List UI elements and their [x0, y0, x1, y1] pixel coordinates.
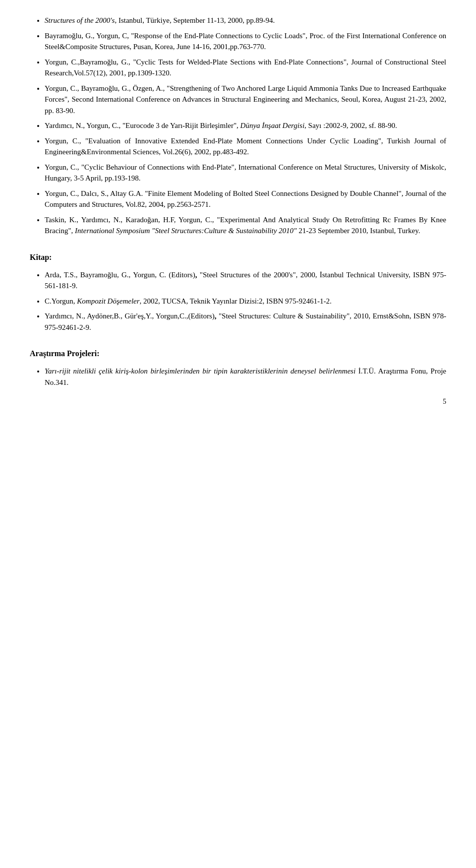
kitap-heading: Kitap:: [30, 251, 446, 263]
list-item: Yorgun, C., Dalcı, S., Altay G.A. "Finit…: [45, 188, 446, 210]
list-item: Yorgun, C., "Cyclic Behaviour of Connect…: [45, 162, 446, 184]
list-item: Arda, T.S., Bayramoğlu, G., Yorgun, C. (…: [45, 269, 446, 292]
book-text: Arda, T.S., Bayramoğlu, G., Yorgun, C. (…: [45, 271, 446, 290]
list-item: Yorgun, C.,Bayramoğlu, G., "Cyclic Tests…: [45, 57, 446, 79]
arastirma-list: Yarı-rijit nitelikli çelik kiriş-kolon b…: [30, 366, 446, 388]
list-item: C.Yorgun, Kompozit Döşemeler, 2002, TUCS…: [45, 296, 446, 307]
project-text: Yarı-rijit nitelikli çelik kiriş-kolon b…: [45, 367, 446, 386]
ref-text: Structures of the 2000's, Istanbul, Türk…: [45, 16, 275, 24]
arastirma-heading: Araştırma Projeleri:: [30, 348, 446, 360]
list-item: Bayramoğlu, G., Yorgun, C, "Response of …: [45, 30, 446, 53]
references-list: Structures of the 2000's, Istanbul, Türk…: [30, 15, 446, 237]
list-item: Taskin, K., Yardımcı, N., Karadoğan, H.F…: [45, 214, 446, 237]
arastirma-section: Araştırma Projeleri: Yarı-rijit nitelikl…: [30, 348, 446, 388]
book-text: Yardımcı, N., Aydöner,B., Gür'eş,Y., Yor…: [45, 312, 446, 331]
list-item: Yorgun, C., Bayramoğlu, G., Özgen, A., "…: [45, 83, 446, 117]
ref-text: Yardımcı, N., Yorgun, C., "Eurocode 3 de…: [45, 122, 397, 129]
page-number: 5: [30, 398, 446, 406]
ref-text: Yorgun, C., Dalcı, S., Altay G.A. "Finit…: [45, 189, 446, 209]
ref-text: Bayramoğlu, G., Yorgun, C, "Response of …: [45, 32, 446, 51]
kitap-list: Arda, T.S., Bayramoğlu, G., Yorgun, C. (…: [30, 269, 446, 333]
kitap-section: Kitap: Arda, T.S., Bayramoğlu, G., Yorgu…: [30, 251, 446, 333]
ref-text: Yorgun, C., "Cyclic Behaviour of Connect…: [45, 163, 446, 183]
list-item: Yardımcı, N., Yorgun, C., "Eurocode 3 de…: [45, 120, 446, 131]
page-content: Structures of the 2000's, Istanbul, Türk…: [30, 15, 446, 406]
list-item: Yorgun, C., "Evaluation of Innovative Ex…: [45, 135, 446, 158]
list-item: Yardımcı, N., Aydöner,B., Gür'eş,Y., Yor…: [45, 310, 446, 333]
ref-text: Taskin, K., Yardımcı, N., Karadoğan, H.F…: [45, 216, 446, 235]
ref-text: Yorgun, C.,Bayramoğlu, G., "Cyclic Tests…: [45, 58, 446, 77]
ref-text: Yorgun, C., "Evaluation of Innovative Ex…: [45, 137, 446, 156]
list-item: Structures of the 2000's, Istanbul, Türk…: [45, 15, 446, 26]
ref-text: Yorgun, C., Bayramoğlu, G., Özgen, A., "…: [45, 84, 446, 115]
list-item: Yarı-rijit nitelikli çelik kiriş-kolon b…: [45, 366, 446, 388]
book-text: C.Yorgun, Kompozit Döşemeler, 2002, TUCS…: [45, 297, 332, 305]
